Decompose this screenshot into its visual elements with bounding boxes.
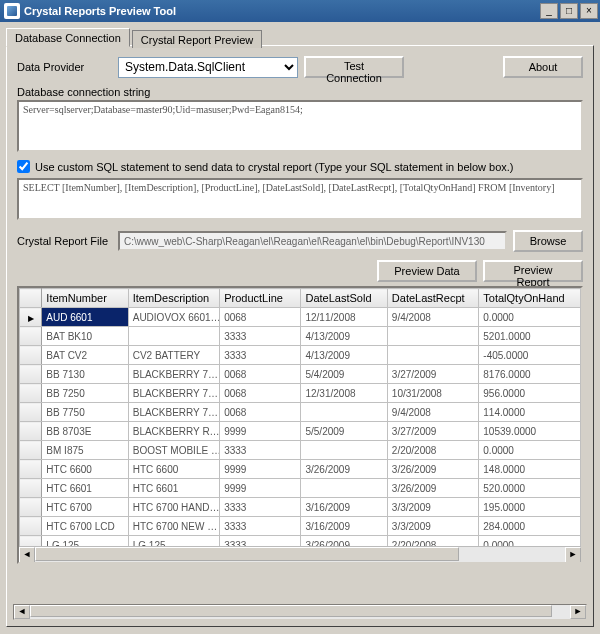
cell[interactable] (387, 327, 478, 346)
table-row[interactable]: HTC 6601HTC 660199993/26/2009520.0000 (20, 479, 581, 498)
row-header[interactable] (20, 308, 42, 327)
cell[interactable]: 5/4/2009 (301, 365, 387, 384)
cell[interactable]: BLACKBERRY 7… (128, 403, 219, 422)
cell[interactable]: 5/5/2009 (301, 422, 387, 441)
cell[interactable]: 0068 (220, 403, 301, 422)
browse-button[interactable]: Browse (513, 230, 583, 252)
cell[interactable]: 4/13/2009 (301, 327, 387, 346)
cell[interactable]: 3/26/2009 (301, 460, 387, 479)
cell[interactable]: 3/3/2009 (387, 517, 478, 536)
cell[interactable]: 5201.0000 (479, 327, 581, 346)
scroll-thumb[interactable] (35, 547, 459, 561)
column-header-datelastrecpt[interactable]: DateLastRecpt (387, 289, 478, 308)
table-row[interactable]: BB 7750BLACKBERRY 7…00689/4/2008114.0000 (20, 403, 581, 422)
cell[interactable]: HTC 6700 NEW … (128, 517, 219, 536)
table-row[interactable]: BM I875BOOST MOBILE …33332/20/20080.0000 (20, 441, 581, 460)
cell[interactable]: BAT BK10 (42, 327, 128, 346)
tab-database-connection[interactable]: Database Connection (6, 28, 130, 47)
row-header[interactable] (20, 441, 42, 460)
scroll-left-icon[interactable]: ◄ (19, 547, 35, 563)
row-header[interactable] (20, 384, 42, 403)
row-header[interactable] (20, 460, 42, 479)
row-header[interactable] (20, 327, 42, 346)
data-provider-combo[interactable]: System.Data.SqlClient (118, 57, 298, 78)
row-header[interactable] (20, 498, 42, 517)
use-custom-sql-checkbox[interactable] (17, 160, 30, 173)
cell[interactable]: 0.0000 (479, 441, 581, 460)
cell[interactable]: HTC 6601 (128, 479, 219, 498)
cell[interactable]: 8176.0000 (479, 365, 581, 384)
cell[interactable]: AUD 6601 (42, 308, 128, 327)
cell[interactable]: 148.0000 (479, 460, 581, 479)
table-row[interactable]: BAT CV2CV2 BATTERY33334/13/2009-405.0000 (20, 346, 581, 365)
row-header[interactable] (20, 517, 42, 536)
scroll-right-icon[interactable]: ► (565, 547, 581, 563)
row-header[interactable] (20, 479, 42, 498)
cell[interactable]: 9/4/2008 (387, 403, 478, 422)
cell[interactable]: 9/4/2008 (387, 308, 478, 327)
table-row[interactable]: BB 7250BLACKBERRY 7…006812/31/200810/31/… (20, 384, 581, 403)
grid-horizontal-scrollbar[interactable]: ◄ ► (19, 546, 581, 562)
cell[interactable]: BLACKBERRY 7… (128, 384, 219, 403)
cell[interactable]: CV2 BATTERY (128, 346, 219, 365)
cell[interactable]: 10/31/2008 (387, 384, 478, 403)
cell[interactable]: 3333 (220, 441, 301, 460)
cell[interactable]: 2/20/2008 (387, 441, 478, 460)
cell[interactable]: 0.0000 (479, 308, 581, 327)
cell[interactable]: 3333 (220, 517, 301, 536)
table-row[interactable]: HTC 6700 LCDHTC 6700 NEW …33333/16/20093… (20, 517, 581, 536)
cell[interactable]: BAT CV2 (42, 346, 128, 365)
cell[interactable]: BB 8703E (42, 422, 128, 441)
sql-textarea[interactable]: SELECT [ItemNumber], [ItemDescription], … (17, 178, 583, 220)
cell[interactable]: 3/16/2009 (301, 517, 387, 536)
column-header-totalqtyonhand[interactable]: TotalQtyOnHand (479, 289, 581, 308)
test-connection-button[interactable]: Test Connection (304, 56, 404, 78)
cell[interactable]: 9999 (220, 460, 301, 479)
cell[interactable] (128, 327, 219, 346)
cell[interactable]: HTC 6700 (42, 498, 128, 517)
table-row[interactable]: BB 8703EBLACKBERRY R…99995/5/20093/27/20… (20, 422, 581, 441)
cell[interactable]: HTC 6601 (42, 479, 128, 498)
close-button[interactable]: × (580, 3, 598, 19)
cell[interactable]: BB 7250 (42, 384, 128, 403)
cell[interactable]: 3/27/2009 (387, 422, 478, 441)
grid-scroll[interactable]: ItemNumberItemDescriptionProductLineDate… (19, 288, 581, 562)
column-header-itemdescription[interactable]: ItemDescription (128, 289, 219, 308)
table-row[interactable]: BB 7130BLACKBERRY 7…00685/4/20093/27/200… (20, 365, 581, 384)
cell[interactable] (301, 479, 387, 498)
cell[interactable]: 284.0000 (479, 517, 581, 536)
cell[interactable] (301, 441, 387, 460)
cell[interactable]: BB 7750 (42, 403, 128, 422)
scroll-left-icon[interactable]: ◄ (14, 605, 30, 619)
row-header[interactable] (20, 346, 42, 365)
column-header-itemnumber[interactable]: ItemNumber (42, 289, 128, 308)
cell[interactable]: 3333 (220, 498, 301, 517)
cell[interactable]: BM I875 (42, 441, 128, 460)
cell[interactable]: 9999 (220, 422, 301, 441)
cell[interactable]: 3/26/2009 (387, 479, 478, 498)
cell[interactable] (387, 346, 478, 365)
cell[interactable]: 195.0000 (479, 498, 581, 517)
cell[interactable] (301, 403, 387, 422)
row-header[interactable] (20, 365, 42, 384)
maximize-button[interactable]: □ (560, 3, 578, 19)
cell[interactable]: 3/26/2009 (387, 460, 478, 479)
cell[interactable]: 3333 (220, 346, 301, 365)
table-row[interactable]: HTC 6700HTC 6700 HAND…33333/16/20093/3/2… (20, 498, 581, 517)
column-header-datelastsold[interactable]: DateLastSold (301, 289, 387, 308)
minimize-button[interactable]: _ (540, 3, 558, 19)
tab-crystal-report-preview[interactable]: Crystal Report Preview (132, 30, 262, 48)
cell[interactable]: BOOST MOBILE … (128, 441, 219, 460)
cell[interactable]: HTC 6600 (42, 460, 128, 479)
cell[interactable]: BLACKBERRY R… (128, 422, 219, 441)
cell[interactable]: 10539.0000 (479, 422, 581, 441)
about-button[interactable]: About (503, 56, 583, 78)
cell[interactable]: HTC 6600 (128, 460, 219, 479)
scroll-right-icon[interactable]: ► (570, 605, 586, 619)
cell[interactable]: 956.0000 (479, 384, 581, 403)
cell[interactable]: HTC 6700 HAND… (128, 498, 219, 517)
cell[interactable]: 0068 (220, 365, 301, 384)
cell[interactable]: 0068 (220, 384, 301, 403)
scroll-thumb[interactable] (30, 605, 552, 617)
table-row[interactable]: BAT BK1033334/13/20095201.0000 (20, 327, 581, 346)
